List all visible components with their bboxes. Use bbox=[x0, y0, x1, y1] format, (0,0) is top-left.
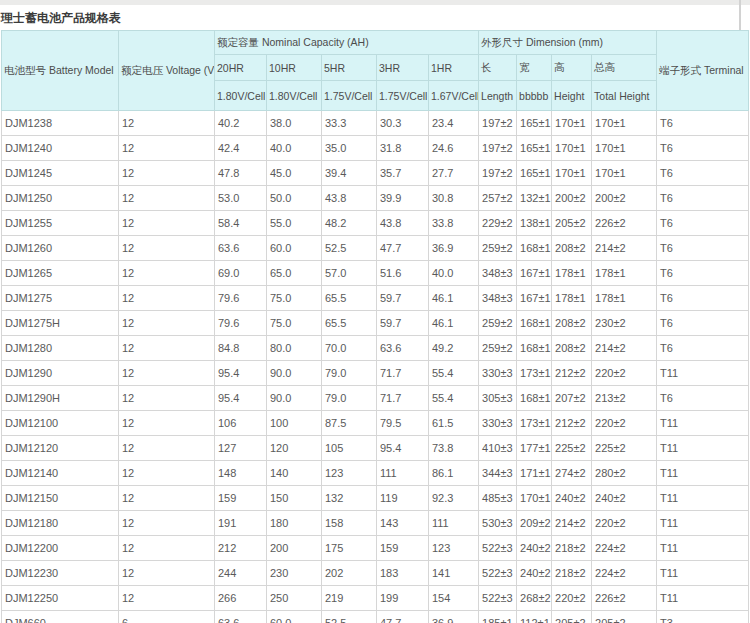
cell: 36.9 bbox=[429, 611, 479, 623]
cell: 167±1 bbox=[517, 286, 552, 311]
cell: T6 bbox=[657, 286, 749, 311]
cell: 191 bbox=[215, 511, 267, 536]
cell: T6 bbox=[657, 386, 749, 411]
cell: DJM12150 bbox=[2, 486, 119, 511]
cell: 230 bbox=[267, 561, 322, 586]
cell: 240±2 bbox=[517, 561, 552, 586]
header-length-en: Length bbox=[479, 81, 517, 111]
cell: 49.2 bbox=[429, 336, 479, 361]
cell: 45.0 bbox=[267, 161, 322, 186]
header-total-height-en: Total Height bbox=[592, 81, 657, 111]
cell: 106 bbox=[215, 411, 267, 436]
cell: 48.2 bbox=[322, 211, 377, 236]
cell: 12 bbox=[119, 586, 215, 611]
table-row: DJM660663.660.052.547.736.9185±1112±1205… bbox=[2, 611, 749, 623]
header-capacity-group: 额定容量 Nominal Capacity (AH) bbox=[215, 31, 479, 55]
cell: 178±1 bbox=[552, 261, 592, 286]
table-row: DJM12901295.490.079.071.755.4330±3173±12… bbox=[2, 361, 749, 386]
cell: T11 bbox=[657, 436, 749, 461]
cell: 120 bbox=[267, 436, 322, 461]
header-1hr: 1HR bbox=[429, 55, 479, 81]
cell: DJM1238 bbox=[2, 111, 119, 136]
cell: 148 bbox=[215, 461, 267, 486]
cell: T6 bbox=[657, 186, 749, 211]
cell: DJM12120 bbox=[2, 436, 119, 461]
cell: 208±2 bbox=[552, 311, 592, 336]
cell: 205±2 bbox=[592, 611, 657, 623]
cell: DJM1260 bbox=[2, 236, 119, 261]
cell: 39.4 bbox=[322, 161, 377, 186]
cell: 105 bbox=[322, 436, 377, 461]
cell: 266 bbox=[215, 586, 267, 611]
cell: 79.0 bbox=[322, 361, 377, 386]
cell: 60.0 bbox=[267, 611, 322, 623]
cell: 69.0 bbox=[215, 261, 267, 286]
cell: 259±2 bbox=[479, 236, 517, 261]
header-5hr: 5HR bbox=[322, 55, 377, 81]
cell: 75.0 bbox=[267, 311, 322, 336]
header-3hr-cell: 1.75V/Cell bbox=[377, 81, 429, 111]
cell: 410±3 bbox=[479, 436, 517, 461]
cell: 522±3 bbox=[479, 561, 517, 586]
cell: 158 bbox=[322, 511, 377, 536]
cell: 46.1 bbox=[429, 286, 479, 311]
table-row: DJM12601263.660.052.547.736.9259±2168±12… bbox=[2, 236, 749, 261]
cell: 79.5 bbox=[377, 411, 429, 436]
cell: 50.0 bbox=[267, 186, 322, 211]
cell: 257±2 bbox=[479, 186, 517, 211]
table-row: DJM1223012244230202183141522±3240±2218±2… bbox=[2, 561, 749, 586]
cell: 348±3 bbox=[479, 286, 517, 311]
cell: 197±2 bbox=[479, 136, 517, 161]
header-3hr: 3HR bbox=[377, 55, 429, 81]
spec-table-body: DJM12381240.238.033.330.323.4197±2165±11… bbox=[2, 111, 749, 623]
cell: 65.0 bbox=[267, 261, 322, 286]
cell: 522±3 bbox=[479, 536, 517, 561]
cell: 12 bbox=[119, 186, 215, 211]
cell: 224±2 bbox=[592, 561, 657, 586]
cell: DJM1265 bbox=[2, 261, 119, 286]
cell: 224±2 bbox=[592, 536, 657, 561]
cell: 30.8 bbox=[429, 186, 479, 211]
cell: 79.6 bbox=[215, 286, 267, 311]
cell: T6 bbox=[657, 111, 749, 136]
cell: 183 bbox=[377, 561, 429, 586]
cell: 209±2 bbox=[517, 511, 552, 536]
cell: T6 bbox=[657, 336, 749, 361]
cell: 59.7 bbox=[377, 286, 429, 311]
cell: 6 bbox=[119, 611, 215, 623]
cell: 132 bbox=[322, 486, 377, 511]
cell: 27.7 bbox=[429, 161, 479, 186]
cell: 213±2 bbox=[592, 386, 657, 411]
cell: 95.4 bbox=[215, 361, 267, 386]
cell: 165±1 bbox=[517, 161, 552, 186]
cell: 168±1 bbox=[517, 311, 552, 336]
cell: DJM1290H bbox=[2, 386, 119, 411]
cell: 274±2 bbox=[552, 461, 592, 486]
cell: T6 bbox=[657, 211, 749, 236]
cell: 171±1 bbox=[517, 461, 552, 486]
cell: 220±2 bbox=[552, 586, 592, 611]
cell: 75.0 bbox=[267, 286, 322, 311]
cell: 214±2 bbox=[592, 236, 657, 261]
header-height-cn: 高 bbox=[552, 55, 592, 81]
cell: 55.0 bbox=[267, 211, 322, 236]
cell: DJM1290 bbox=[2, 361, 119, 386]
header-height-en: Height bbox=[552, 81, 592, 111]
cell: 168±1 bbox=[517, 336, 552, 361]
cell: DJM1250 bbox=[2, 186, 119, 211]
cell: 12 bbox=[119, 536, 215, 561]
cell: 57.0 bbox=[322, 261, 377, 286]
cell: 330±3 bbox=[479, 361, 517, 386]
cell: DJM12250 bbox=[2, 586, 119, 611]
cell: DJM12200 bbox=[2, 536, 119, 561]
cell: 138±1 bbox=[517, 211, 552, 236]
cell: 205±2 bbox=[552, 611, 592, 623]
table-row: DJM121401214814012311186.1344±3171±1274±… bbox=[2, 461, 749, 486]
cell: 12 bbox=[119, 161, 215, 186]
cell: 229±2 bbox=[479, 211, 517, 236]
cell: 47.7 bbox=[377, 236, 429, 261]
cell: 168±1 bbox=[517, 236, 552, 261]
cell: 58.4 bbox=[215, 211, 267, 236]
cell: 63.6 bbox=[377, 336, 429, 361]
cell: 143 bbox=[377, 511, 429, 536]
